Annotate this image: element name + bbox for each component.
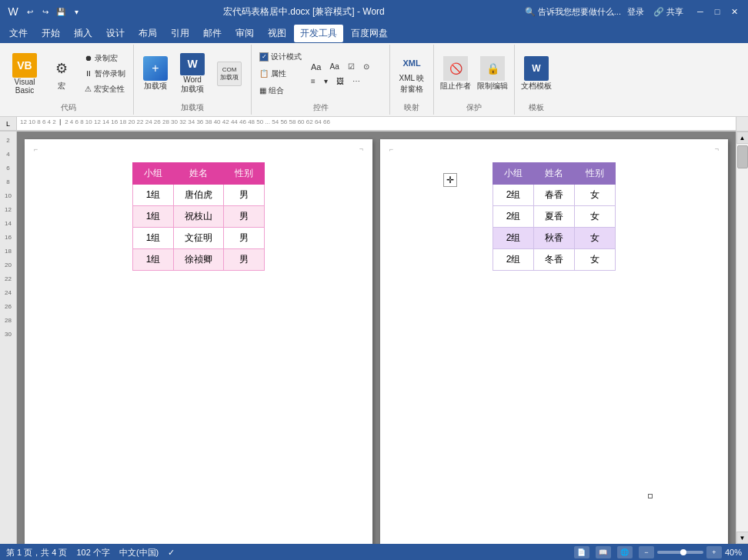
visual-basic-button[interactable]: VB Visual Basic — [8, 52, 42, 96]
menu-insert[interactable]: 插入 — [68, 25, 99, 42]
menu-bar: 文件 开始 插入 设计 布局 引用 邮件 审阅 视图 开发工具 百度网盘 — [0, 23, 748, 43]
table2-header-name: 姓名 — [534, 163, 575, 185]
scrollbar-corner — [736, 117, 748, 131]
word-addins-button[interactable]: W Word加载项 — [175, 52, 209, 96]
com-addins-button[interactable]: COM加载项 — [212, 52, 246, 96]
close-button[interactable]: ✕ — [726, 4, 742, 19]
scroll-thumb[interactable] — [737, 145, 748, 168]
table-group2: 小组 姓名 性别 2组 春香 女 2 — [493, 162, 616, 271]
status-left: 第 1 页，共 4 页 102 个字 中文(中国) ✓ — [6, 547, 175, 558]
ribbon-group-protection: 🚫 阻止作者 🔒 限制编辑 保护 — [434, 45, 515, 115]
macro-security-button[interactable]: ⚠ 宏安全性 — [82, 82, 129, 96]
ribbon-group-controls: ✓ 设计模式 📋 属性 ▦ 组合 Aa Aa ☑ ⊙ ≡ — [252, 45, 390, 115]
control-img-button[interactable]: 🖼 — [333, 75, 347, 87]
table-resize-handle[interactable] — [648, 494, 653, 498]
page-1: ⌐ ¬ └ ┘ 小组 姓名 性别 — [25, 139, 372, 544]
control-radio-button[interactable]: ⊙ — [360, 61, 372, 73]
macro-icon: ⚙ — [49, 56, 74, 81]
scroll-down-button[interactable]: ▼ — [736, 532, 749, 544]
minimize-button[interactable]: ─ — [693, 4, 708, 19]
page-2-content: 小组 姓名 性别 2组 春香 女 2 — [396, 155, 713, 544]
language: 中文(中国) — [119, 547, 159, 558]
word-icon2: W — [180, 53, 205, 75]
menu-baidu[interactable]: 百度网盘 — [345, 25, 394, 42]
addins-icon: + — [143, 56, 168, 81]
menu-home[interactable]: 开始 — [35, 25, 66, 42]
zoom-track[interactable] — [657, 551, 703, 554]
menu-developer[interactable]: 开发工具 — [294, 25, 343, 42]
control-aa1-button[interactable]: Aa — [308, 61, 324, 73]
print-layout-button[interactable]: 📄 — [574, 546, 589, 558]
page-info: 第 1 页，共 4 页 — [6, 547, 67, 558]
control-combo-button[interactable]: ▾ — [321, 75, 331, 87]
ribbon-group-addins: + 加载项 W Word加载项 COM加载项 加载项 — [134, 45, 252, 115]
code-group-label: 代码 — [61, 102, 76, 113]
redo-button[interactable]: ↪ — [38, 5, 52, 18]
table-row: 1组 徐祯卿 男 — [133, 249, 265, 271]
search-box[interactable]: 🔍 告诉我您想要做什么... — [525, 6, 621, 18]
save-button[interactable]: 💾 — [54, 5, 68, 18]
undo-button[interactable]: ↩ — [23, 5, 37, 18]
pause-recording-button[interactable]: ⏸ 暂停录制 — [82, 67, 129, 81]
zoom-out-button[interactable]: − — [639, 546, 654, 558]
vertical-ruler: 2 4 6 8 10 12 14 16 18 20 22 24 26 28 30 — [0, 132, 17, 544]
design-mode-icon: ✓ — [259, 52, 269, 62]
document-area-wrapper: 2 4 6 8 10 12 14 16 18 20 22 24 26 28 30… — [0, 132, 748, 544]
menu-file[interactable]: 文件 — [3, 25, 34, 42]
restrict-editing-button[interactable]: 🔒 限制编辑 — [476, 52, 509, 96]
menu-mailings[interactable]: 邮件 — [197, 25, 228, 42]
document-canvas: ⌐ ¬ └ ┘ 小组 姓名 性别 — [17, 132, 748, 544]
customize-qat[interactable]: ▾ — [69, 5, 83, 18]
block-icon: 🚫 — [443, 56, 468, 81]
word-icon: W — [6, 5, 20, 18]
properties-button[interactable]: 📋 属性 — [256, 67, 305, 81]
ruler-corner: L — [0, 117, 17, 131]
properties-icon: 📋 — [259, 69, 269, 78]
maximize-button[interactable]: □ — [710, 4, 725, 19]
table2-header-gender: 性别 — [575, 163, 616, 185]
corner-mark-tr-1: ¬ — [359, 145, 363, 153]
share-button[interactable]: 🔗 共享 — [653, 6, 683, 18]
menu-review[interactable]: 审阅 — [229, 25, 260, 42]
menu-references[interactable]: 引用 — [165, 25, 195, 42]
control-list-button[interactable]: ≡ — [308, 75, 319, 87]
web-layout-button[interactable]: 🌐 — [617, 546, 633, 558]
menu-layout[interactable]: 布局 — [132, 25, 163, 42]
title-bar-left: W ↩ ↪ 💾 ▾ — [6, 5, 83, 18]
com-icon: COM加载项 — [217, 62, 242, 86]
login-button[interactable]: 登录 — [627, 6, 644, 18]
block-authors-button[interactable]: 🚫 阻止作者 — [439, 52, 473, 96]
table-row: 2组 夏香 女 — [493, 206, 616, 228]
ruler-area: L 12 10 8 6 4 2 ❙ 2 4 6 8 10 12 14 16 18… — [0, 117, 748, 132]
group-button[interactable]: ▦ 组合 — [256, 84, 305, 98]
corner-mark-tl-1: ⌐ — [34, 145, 38, 153]
horizontal-ruler: 12 10 8 6 4 2 ❙ 2 4 6 8 10 12 14 16 18 2… — [17, 117, 736, 131]
group-icon: ▦ — [259, 86, 266, 95]
read-mode-button[interactable]: 📖 — [596, 546, 611, 558]
zoom-thumb — [680, 549, 686, 555]
document-template-button[interactable]: W 文档模板 — [519, 52, 553, 96]
zoom-in-button[interactable]: + — [706, 546, 722, 558]
table1-header-group: 小组 — [133, 163, 174, 185]
scroll-up-button[interactable]: ▲ — [736, 132, 749, 144]
pause-icon: ⏸ — [85, 69, 92, 78]
control-cb-button[interactable]: ☑ — [345, 61, 358, 73]
addins-group-label: 加载项 — [181, 102, 204, 113]
control-more-button[interactable]: ⋯ — [349, 75, 363, 87]
page-1-content: 小组 姓名 性别 1组 唐伯虎 男 — [40, 155, 357, 544]
menu-view[interactable]: 视图 — [262, 25, 292, 42]
addins-button[interactable]: + 加载项 — [139, 52, 172, 96]
record-macro-button[interactable]: ⏺ 录制宏 — [82, 52, 129, 65]
window-title: 宏代码表格居中.docx [兼容模式] - Word — [83, 5, 525, 18]
table-move-handle[interactable]: ✛ — [443, 173, 457, 187]
menu-design[interactable]: 设计 — [100, 25, 131, 42]
security-icon: ⚠ — [85, 85, 92, 93]
table-row: 1组 唐伯虎 男 — [133, 185, 265, 206]
xml-mapping-button[interactable]: XML XML 映射窗格 — [395, 52, 429, 96]
table-row: 2组 秋香 女 — [493, 228, 616, 249]
macro-button[interactable]: ⚙ 宏 — [45, 52, 78, 96]
title-bar: W ↩ ↪ 💾 ▾ 宏代码表格居中.docx [兼容模式] - Word 🔍 告… — [0, 0, 748, 23]
spelling-icon: ✓ — [168, 548, 175, 558]
control-aa2-button[interactable]: Aa — [326, 61, 342, 73]
design-mode-button[interactable]: ✓ 设计模式 — [256, 50, 305, 64]
